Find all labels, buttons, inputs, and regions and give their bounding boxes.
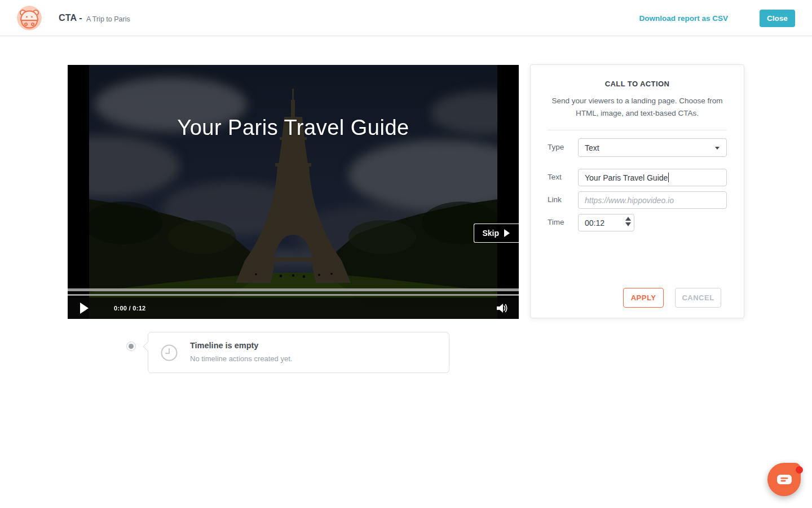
cta-text-input-value: Your Paris Travel Guide — [585, 173, 668, 182]
video-frame-paris-eiffel-tower — [89, 65, 497, 319]
player-control-bar: 0:00 / 0:12 — [68, 297, 519, 319]
skip-button-label: Skip — [482, 229, 499, 238]
cta-editor-page: CTA - A Trip to Paris Download report as… — [0, 0, 812, 508]
cta-marker-bar[interactable] — [68, 294, 519, 296]
time-field-label: Time — [548, 218, 564, 226]
skip-button[interactable]: Skip — [474, 224, 519, 243]
panel-divider — [548, 130, 727, 130]
close-button[interactable]: Close — [760, 10, 795, 27]
type-select-value: Text — [585, 143, 599, 152]
volume-icon[interactable] — [496, 303, 508, 316]
panel-description: Send your viewers to a landing page. Cho… — [544, 95, 730, 120]
text-field-label: Text — [548, 173, 562, 181]
apply-button[interactable]: APPLY — [623, 288, 664, 308]
skip-play-icon — [504, 229, 510, 237]
chat-bubble-icon — [776, 474, 792, 485]
page-title-main: CTA - — [59, 13, 82, 23]
time-display: 0:00 / 0:12 — [114, 305, 146, 312]
cta-text-input[interactable]: Your Paris Travel Guide — [578, 169, 727, 186]
panel-heading: CALL TO ACTION — [531, 80, 744, 88]
time-stepper[interactable] — [624, 217, 632, 226]
chat-notification-dot — [796, 466, 803, 474]
header-bar: CTA - A Trip to Paris Download report as… — [0, 0, 812, 36]
page-title-video-name: A Trip to Paris — [86, 15, 130, 23]
timeline-card-notch — [143, 342, 153, 352]
timeline-marker-bullet — [126, 341, 136, 351]
timeline-empty-subtitle: No timeline actions created yet. — [190, 354, 292, 363]
stepper-down-icon[interactable] — [625, 222, 631, 226]
cancel-button[interactable]: CANCEL — [675, 288, 721, 308]
video-player[interactable]: Your Paris Travel Guide Skip 0:00 / 0:12 — [68, 65, 519, 319]
link-field-label: Link — [548, 195, 562, 204]
type-field-label: Type — [548, 143, 564, 151]
play-button-icon[interactable] — [80, 303, 89, 314]
call-to-action-panel: CALL TO ACTION Send your viewers to a la… — [530, 64, 744, 318]
timeline-empty-card: Timeline is empty No timeline actions cr… — [148, 332, 449, 373]
page-title: CTA - A Trip to Paris — [59, 0, 130, 36]
cta-overlay-text: Your Paris Travel Guide — [68, 116, 519, 140]
stepper-up-icon[interactable] — [625, 217, 631, 221]
seek-bar[interactable] — [68, 288, 519, 291]
hippo-video-logo-icon — [17, 6, 42, 30]
download-report-csv-link[interactable]: Download report as CSV — [639, 14, 728, 23]
timeline-empty-title: Timeline is empty — [190, 341, 258, 350]
chevron-down-icon — [715, 147, 720, 150]
cta-link-input[interactable] — [578, 191, 727, 209]
text-cursor — [668, 173, 669, 182]
type-select[interactable]: Text — [578, 138, 727, 157]
clock-icon — [161, 344, 178, 364]
